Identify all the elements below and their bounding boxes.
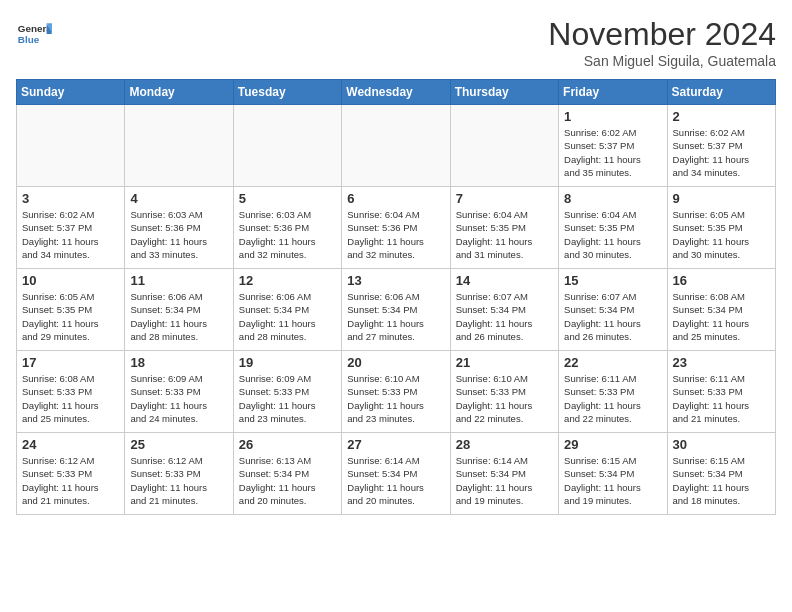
day-info: Sunrise: 6:02 AM Sunset: 5:37 PM Dayligh… — [673, 126, 770, 179]
day-cell-28: 28Sunrise: 6:14 AM Sunset: 5:34 PM Dayli… — [450, 433, 558, 515]
day-cell-7: 7Sunrise: 6:04 AM Sunset: 5:35 PM Daylig… — [450, 187, 558, 269]
day-number: 8 — [564, 191, 661, 206]
day-number: 18 — [130, 355, 227, 370]
day-number: 28 — [456, 437, 553, 452]
col-header-saturday: Saturday — [667, 80, 775, 105]
logo-icon: General Blue — [16, 16, 52, 52]
day-info: Sunrise: 6:05 AM Sunset: 5:35 PM Dayligh… — [673, 208, 770, 261]
day-cell-4: 4Sunrise: 6:03 AM Sunset: 5:36 PM Daylig… — [125, 187, 233, 269]
day-info: Sunrise: 6:15 AM Sunset: 5:34 PM Dayligh… — [673, 454, 770, 507]
day-info: Sunrise: 6:06 AM Sunset: 5:34 PM Dayligh… — [347, 290, 444, 343]
empty-cell — [233, 105, 341, 187]
day-cell-14: 14Sunrise: 6:07 AM Sunset: 5:34 PM Dayli… — [450, 269, 558, 351]
day-number: 6 — [347, 191, 444, 206]
col-header-tuesday: Tuesday — [233, 80, 341, 105]
day-number: 24 — [22, 437, 119, 452]
day-cell-25: 25Sunrise: 6:12 AM Sunset: 5:33 PM Dayli… — [125, 433, 233, 515]
day-cell-17: 17Sunrise: 6:08 AM Sunset: 5:33 PM Dayli… — [17, 351, 125, 433]
day-number: 7 — [456, 191, 553, 206]
day-cell-16: 16Sunrise: 6:08 AM Sunset: 5:34 PM Dayli… — [667, 269, 775, 351]
day-number: 26 — [239, 437, 336, 452]
day-number: 4 — [130, 191, 227, 206]
day-info: Sunrise: 6:12 AM Sunset: 5:33 PM Dayligh… — [130, 454, 227, 507]
title-block: November 2024 San Miguel Siguila, Guatem… — [548, 16, 776, 69]
day-info: Sunrise: 6:10 AM Sunset: 5:33 PM Dayligh… — [456, 372, 553, 425]
day-number: 1 — [564, 109, 661, 124]
day-info: Sunrise: 6:15 AM Sunset: 5:34 PM Dayligh… — [564, 454, 661, 507]
day-info: Sunrise: 6:09 AM Sunset: 5:33 PM Dayligh… — [130, 372, 227, 425]
day-info: Sunrise: 6:05 AM Sunset: 5:35 PM Dayligh… — [22, 290, 119, 343]
day-number: 14 — [456, 273, 553, 288]
day-info: Sunrise: 6:11 AM Sunset: 5:33 PM Dayligh… — [673, 372, 770, 425]
day-cell-10: 10Sunrise: 6:05 AM Sunset: 5:35 PM Dayli… — [17, 269, 125, 351]
day-cell-9: 9Sunrise: 6:05 AM Sunset: 5:35 PM Daylig… — [667, 187, 775, 269]
day-info: Sunrise: 6:04 AM Sunset: 5:35 PM Dayligh… — [456, 208, 553, 261]
month-title: November 2024 — [548, 16, 776, 53]
location: San Miguel Siguila, Guatemala — [548, 53, 776, 69]
day-cell-15: 15Sunrise: 6:07 AM Sunset: 5:34 PM Dayli… — [559, 269, 667, 351]
day-info: Sunrise: 6:02 AM Sunset: 5:37 PM Dayligh… — [564, 126, 661, 179]
day-info: Sunrise: 6:04 AM Sunset: 5:36 PM Dayligh… — [347, 208, 444, 261]
day-number: 23 — [673, 355, 770, 370]
day-cell-23: 23Sunrise: 6:11 AM Sunset: 5:33 PM Dayli… — [667, 351, 775, 433]
day-info: Sunrise: 6:08 AM Sunset: 5:33 PM Dayligh… — [22, 372, 119, 425]
day-cell-26: 26Sunrise: 6:13 AM Sunset: 5:34 PM Dayli… — [233, 433, 341, 515]
day-info: Sunrise: 6:13 AM Sunset: 5:34 PM Dayligh… — [239, 454, 336, 507]
day-info: Sunrise: 6:02 AM Sunset: 5:37 PM Dayligh… — [22, 208, 119, 261]
col-header-sunday: Sunday — [17, 80, 125, 105]
day-info: Sunrise: 6:14 AM Sunset: 5:34 PM Dayligh… — [456, 454, 553, 507]
day-cell-29: 29Sunrise: 6:15 AM Sunset: 5:34 PM Dayli… — [559, 433, 667, 515]
day-cell-22: 22Sunrise: 6:11 AM Sunset: 5:33 PM Dayli… — [559, 351, 667, 433]
day-number: 19 — [239, 355, 336, 370]
day-number: 20 — [347, 355, 444, 370]
page-header: General Blue November 2024 San Miguel Si… — [16, 16, 776, 69]
day-cell-3: 3Sunrise: 6:02 AM Sunset: 5:37 PM Daylig… — [17, 187, 125, 269]
week-row-1: 1Sunrise: 6:02 AM Sunset: 5:37 PM Daylig… — [17, 105, 776, 187]
day-cell-18: 18Sunrise: 6:09 AM Sunset: 5:33 PM Dayli… — [125, 351, 233, 433]
day-cell-20: 20Sunrise: 6:10 AM Sunset: 5:33 PM Dayli… — [342, 351, 450, 433]
week-row-4: 17Sunrise: 6:08 AM Sunset: 5:33 PM Dayli… — [17, 351, 776, 433]
day-info: Sunrise: 6:03 AM Sunset: 5:36 PM Dayligh… — [130, 208, 227, 261]
day-number: 21 — [456, 355, 553, 370]
day-cell-24: 24Sunrise: 6:12 AM Sunset: 5:33 PM Dayli… — [17, 433, 125, 515]
empty-cell — [125, 105, 233, 187]
day-info: Sunrise: 6:03 AM Sunset: 5:36 PM Dayligh… — [239, 208, 336, 261]
day-cell-12: 12Sunrise: 6:06 AM Sunset: 5:34 PM Dayli… — [233, 269, 341, 351]
day-info: Sunrise: 6:12 AM Sunset: 5:33 PM Dayligh… — [22, 454, 119, 507]
col-header-thursday: Thursday — [450, 80, 558, 105]
day-cell-11: 11Sunrise: 6:06 AM Sunset: 5:34 PM Dayli… — [125, 269, 233, 351]
day-cell-21: 21Sunrise: 6:10 AM Sunset: 5:33 PM Dayli… — [450, 351, 558, 433]
day-cell-13: 13Sunrise: 6:06 AM Sunset: 5:34 PM Dayli… — [342, 269, 450, 351]
day-number: 3 — [22, 191, 119, 206]
day-number: 27 — [347, 437, 444, 452]
week-row-3: 10Sunrise: 6:05 AM Sunset: 5:35 PM Dayli… — [17, 269, 776, 351]
day-info: Sunrise: 6:07 AM Sunset: 5:34 PM Dayligh… — [456, 290, 553, 343]
day-cell-8: 8Sunrise: 6:04 AM Sunset: 5:35 PM Daylig… — [559, 187, 667, 269]
empty-cell — [450, 105, 558, 187]
day-info: Sunrise: 6:06 AM Sunset: 5:34 PM Dayligh… — [130, 290, 227, 343]
day-cell-6: 6Sunrise: 6:04 AM Sunset: 5:36 PM Daylig… — [342, 187, 450, 269]
col-header-friday: Friday — [559, 80, 667, 105]
day-number: 2 — [673, 109, 770, 124]
day-number: 10 — [22, 273, 119, 288]
day-number: 29 — [564, 437, 661, 452]
day-number: 13 — [347, 273, 444, 288]
day-info: Sunrise: 6:08 AM Sunset: 5:34 PM Dayligh… — [673, 290, 770, 343]
day-cell-5: 5Sunrise: 6:03 AM Sunset: 5:36 PM Daylig… — [233, 187, 341, 269]
day-info: Sunrise: 6:07 AM Sunset: 5:34 PM Dayligh… — [564, 290, 661, 343]
col-header-monday: Monday — [125, 80, 233, 105]
empty-cell — [342, 105, 450, 187]
day-info: Sunrise: 6:11 AM Sunset: 5:33 PM Dayligh… — [564, 372, 661, 425]
day-info: Sunrise: 6:04 AM Sunset: 5:35 PM Dayligh… — [564, 208, 661, 261]
week-row-2: 3Sunrise: 6:02 AM Sunset: 5:37 PM Daylig… — [17, 187, 776, 269]
calendar-table: SundayMondayTuesdayWednesdayThursdayFrid… — [16, 79, 776, 515]
day-info: Sunrise: 6:06 AM Sunset: 5:34 PM Dayligh… — [239, 290, 336, 343]
day-info: Sunrise: 6:14 AM Sunset: 5:34 PM Dayligh… — [347, 454, 444, 507]
day-cell-19: 19Sunrise: 6:09 AM Sunset: 5:33 PM Dayli… — [233, 351, 341, 433]
empty-cell — [17, 105, 125, 187]
day-number: 22 — [564, 355, 661, 370]
day-cell-27: 27Sunrise: 6:14 AM Sunset: 5:34 PM Dayli… — [342, 433, 450, 515]
day-number: 11 — [130, 273, 227, 288]
svg-text:Blue: Blue — [18, 34, 40, 45]
day-number: 16 — [673, 273, 770, 288]
